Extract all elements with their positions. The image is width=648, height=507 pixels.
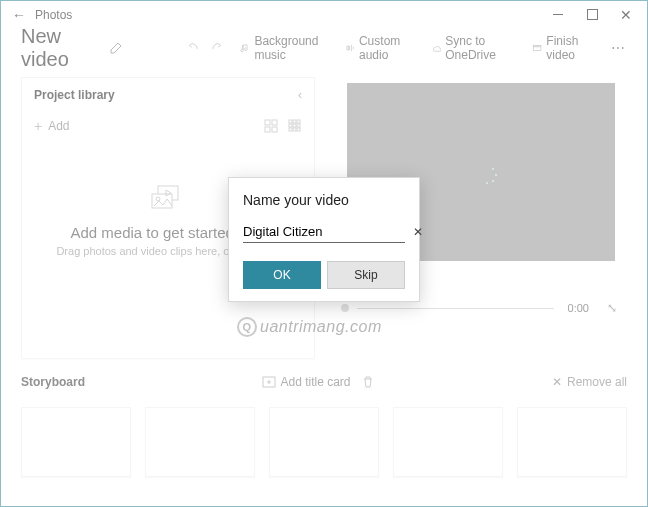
clear-input-icon[interactable]: ✕ xyxy=(411,225,425,239)
skip-button[interactable]: Skip xyxy=(327,261,405,289)
ok-button[interactable]: OK xyxy=(243,261,321,289)
dialog-heading: Name your video xyxy=(243,192,405,208)
modal-backdrop: Name your video ✕ OK Skip xyxy=(1,1,647,506)
name-video-dialog: Name your video ✕ OK Skip xyxy=(228,177,420,302)
video-name-input[interactable] xyxy=(243,224,411,239)
